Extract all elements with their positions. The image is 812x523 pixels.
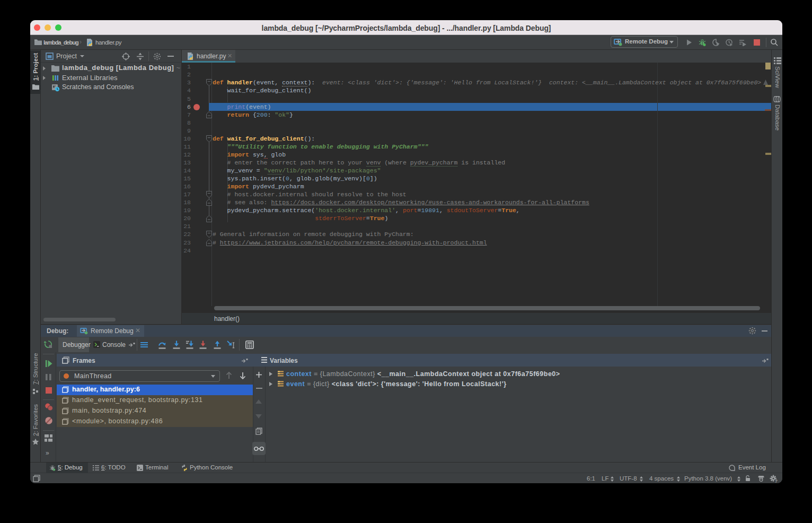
svg-text:?: ? bbox=[775, 478, 778, 483]
